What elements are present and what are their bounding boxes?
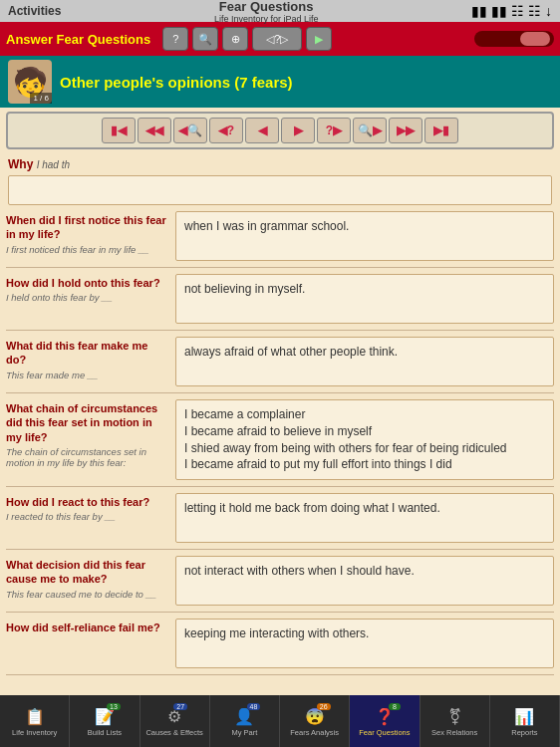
pb-prev-prev[interactable]: ◀◀	[138, 118, 171, 143]
nav-icon-1[interactable]: ▮▮	[471, 3, 487, 19]
tab-icon-4: 😨26	[305, 705, 325, 727]
activities-label: Activities	[8, 4, 61, 18]
question-label: What decision did this fear cause me to …	[6, 556, 175, 606]
question-label: What chain of circumstances did this fea…	[6, 399, 175, 480]
header-right	[474, 31, 554, 47]
answer-box[interactable]: not interact with others when I should h…	[175, 556, 554, 606]
slider-thumb	[520, 32, 550, 46]
question-row: How did I hold onto this fear?I held ont…	[6, 268, 554, 331]
question-title: What decision did this fear cause me to …	[6, 558, 167, 587]
counter-label: 1 / 6	[30, 93, 52, 104]
play-button[interactable]: ▶	[306, 27, 332, 51]
pb-prev-search[interactable]: ◀🔍	[173, 118, 207, 143]
why-area: Why I had th	[0, 153, 560, 205]
tab-badge: 13	[107, 703, 121, 710]
tab-icon-7: 📊	[514, 705, 534, 727]
tab-my-part[interactable]: 👤48My Part	[210, 695, 280, 747]
question-label: How did I hold onto this fear?I held ont…	[6, 274, 175, 324]
tab-badge: 8	[389, 703, 401, 710]
answer-box[interactable]: I became a complainer I became afraid to…	[175, 399, 554, 480]
question-prompt: I held onto this fear by __	[6, 292, 167, 303]
tab-reports[interactable]: 📊Reports	[490, 695, 560, 747]
pb-next[interactable]: ▶	[281, 118, 315, 143]
answer-box[interactable]: not believing in myself.	[175, 274, 554, 324]
question-title: When did I first notice this fear in my …	[6, 213, 167, 242]
playback-bar: ▮◀ ◀◀ ◀🔍 ◀? ◀ ▶ ?▶ 🔍▶ ▶▶ ▶▮	[6, 112, 554, 149]
answer-box[interactable]: keeping me interacting with others.	[175, 619, 554, 668]
pb-prev-question[interactable]: ◀?	[209, 118, 243, 143]
tab-fears-analysis[interactable]: 😨26Fears Analysis	[280, 695, 350, 747]
question-label: How did self-reliance fail me?	[6, 619, 175, 668]
tab-badge: 27	[173, 703, 187, 710]
tab-label-6: Sex Relations	[431, 728, 477, 737]
search-button[interactable]: 🔍	[192, 27, 218, 51]
tab-icon-1: 📝13	[95, 705, 115, 727]
pb-prev[interactable]: ◀	[245, 118, 279, 143]
system-bar: Activities Fear Questions Life Inventory…	[0, 0, 560, 22]
question-prompt: This fear made me __	[6, 370, 167, 380]
tab-label-7: Reports	[511, 728, 537, 737]
add-button[interactable]: ⊕	[222, 27, 248, 51]
tab-label-3: My Part	[231, 728, 257, 737]
tab-label-0: Life Inventory	[12, 728, 57, 737]
question-row: How did I react to this fear?I reacted t…	[6, 487, 554, 550]
tab-bar: 📋Life Inventory📝13Build Lists⚙27Causes &…	[0, 695, 560, 747]
answer-box[interactable]: letting it hold me back from doing what …	[175, 493, 554, 543]
question-label: What did this fear make me do?This fear …	[6, 337, 175, 386]
question-row: What decision did this fear cause me to …	[6, 550, 554, 613]
page-title: Answer Fear Questions	[6, 32, 150, 47]
question-prompt: I first noticed this fear in my life __	[6, 244, 167, 255]
nav-question-button[interactable]: ◁?▷	[252, 27, 302, 51]
pb-next-next[interactable]: ▶▶	[389, 118, 422, 143]
tab-icon-0: 📋	[25, 705, 45, 727]
question-row: What chain of circumstances did this fea…	[6, 393, 554, 487]
tab-badge: 48	[247, 703, 261, 710]
progress-slider[interactable]	[474, 31, 554, 47]
tab-icon-3: 👤48	[234, 705, 254, 727]
question-prompt: The chain of circumstances set in motion…	[6, 446, 167, 468]
main-content: ▮◀ ◀◀ ◀🔍 ◀? ◀ ▶ ?▶ 🔍▶ ▶▶ ▶▮ Why I had th…	[0, 112, 560, 731]
app-title: Fear Questions Life Inventory for iPad L…	[214, 0, 319, 24]
pb-next-question[interactable]: ?▶	[317, 118, 351, 143]
tab-causes-&-effects[interactable]: ⚙27Causes & Effects	[140, 695, 210, 747]
question-title: How did I react to this fear?	[6, 495, 167, 509]
tab-icon-2: ⚙27	[167, 705, 181, 727]
why-answer[interactable]	[8, 175, 552, 205]
why-subtext: I had th	[37, 159, 70, 170]
nav-icon-4[interactable]: ☷	[528, 3, 541, 19]
question-title: How did I hold onto this fear?	[6, 276, 167, 290]
question-prompt: I reacted to this fear by __	[6, 511, 167, 522]
answer-box[interactable]: always afraid of what other people think…	[175, 337, 554, 386]
nav-icon-3[interactable]: ☷	[511, 3, 524, 19]
question-row: How did self-reliance fail me?keeping me…	[6, 613, 554, 675]
answer-box[interactable]: when I was in grammar school.	[175, 211, 554, 261]
question-title: What chain of circumstances did this fea…	[6, 401, 167, 444]
tab-label-1: Build Lists	[88, 728, 122, 737]
pb-last[interactable]: ▶▮	[424, 118, 458, 143]
question-row: When did I first notice this fear in my …	[6, 205, 554, 268]
tab-build-lists[interactable]: 📝13Build Lists	[70, 695, 140, 747]
question-label: How did I react to this fear?I reacted t…	[6, 493, 175, 543]
question-row: What did this fear make me do?This fear …	[6, 331, 554, 393]
tab-life-inventory[interactable]: 📋Life Inventory	[0, 695, 70, 747]
header-toolbar: Answer Fear Questions ? 🔍 ⊕ ◁?▷ ▶	[0, 22, 560, 56]
help-button[interactable]: ?	[162, 27, 188, 51]
section-title: Other people's opinions (7 fears)	[60, 74, 293, 91]
question-prompt: This fear caused me to decide to __	[6, 589, 167, 600]
tab-badge: 26	[317, 703, 331, 710]
avatar-container: 🧒 1 / 6	[8, 60, 52, 104]
pb-first[interactable]: ▮◀	[102, 118, 136, 143]
tab-sex-relations[interactable]: ⚧Sex Relations	[420, 695, 490, 747]
tab-icon-6: ⚧	[448, 705, 461, 727]
nav-icon-2[interactable]: ▮▮	[491, 3, 507, 19]
system-icons: ▮▮ ▮▮ ☷ ☷ ↓	[471, 3, 552, 19]
section-header: 🧒 1 / 6 Other people's opinions (7 fears…	[0, 56, 560, 108]
why-question-title: Why	[8, 157, 33, 171]
question-title: What did this fear make me do?	[6, 339, 167, 368]
tab-fear-questions[interactable]: ❓8Fear Questions	[350, 695, 420, 747]
nav-icon-5[interactable]: ↓	[545, 3, 552, 19]
tab-bar-items: 📋Life Inventory📝13Build Lists⚙27Causes &…	[0, 695, 560, 747]
pb-next-search[interactable]: 🔍▶	[353, 118, 387, 143]
question-label: When did I first notice this fear in my …	[6, 211, 175, 261]
question-title: How did self-reliance fail me?	[6, 621, 167, 634]
